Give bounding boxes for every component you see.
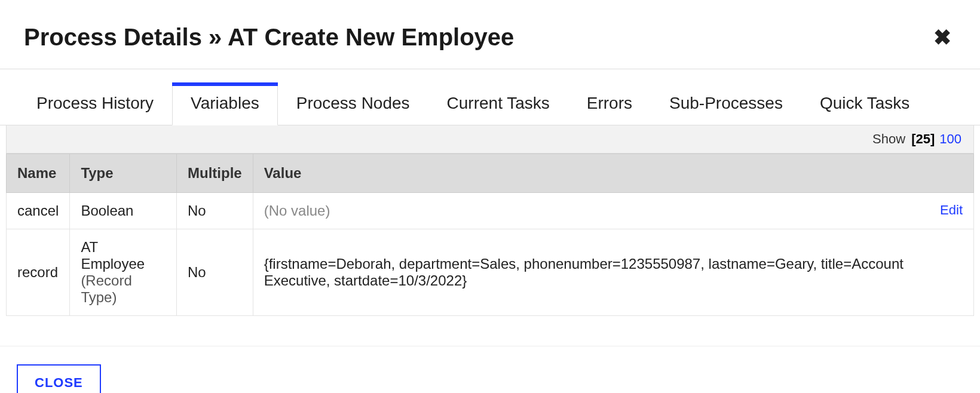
type-secondary: (Record Type) — [81, 272, 166, 306]
tab-errors[interactable]: Errors — [568, 82, 651, 125]
tab-process-history[interactable]: Process History — [18, 82, 172, 125]
page-size-option[interactable]: [25] — [911, 131, 935, 146]
tab-process-nodes[interactable]: Process Nodes — [278, 82, 428, 125]
dialog-header: Process Details » AT Create New Employee… — [0, 0, 980, 69]
header-divider — [0, 69, 980, 69]
page-title: Process Details » AT Create New Employee — [24, 24, 514, 51]
dialog: Process Details » AT Create New Employee… — [0, 0, 980, 393]
tab-bar: Process HistoryVariablesProcess NodesCur… — [0, 82, 980, 125]
cell-value: {firstname=Deborah, department=Sales, ph… — [253, 229, 973, 316]
column-header-multiple[interactable]: Multiple — [177, 154, 253, 193]
tab-sub-processes[interactable]: Sub-Processes — [651, 82, 801, 125]
cell-multiple: No — [177, 193, 253, 229]
value-text: {firstname=Deborah, department=Sales, ph… — [264, 256, 904, 288]
type-primary: AT Employee — [81, 239, 145, 272]
pagination-size-bar: Show [25]100 — [6, 125, 974, 153]
table-row: recordAT Employee(Record Type)No{firstna… — [7, 229, 974, 316]
footer-divider — [0, 346, 980, 346]
close-button[interactable]: CLOSE — [17, 364, 101, 393]
table-row: cancelBooleanNo(No value)Edit — [7, 193, 974, 229]
column-header-type[interactable]: Type — [70, 154, 177, 193]
cell-type: AT Employee(Record Type) — [70, 229, 177, 316]
value-text: (No value) — [264, 202, 330, 219]
tab-variables[interactable]: Variables — [172, 82, 278, 125]
cell-name: cancel — [7, 193, 70, 229]
column-header-name[interactable]: Name — [7, 154, 70, 193]
column-header-value[interactable]: Value — [253, 154, 973, 193]
variables-table: Name Type Multiple Value cancelBooleanNo… — [6, 153, 974, 316]
cell-name: record — [7, 229, 70, 316]
type-primary: Boolean — [81, 202, 133, 219]
close-icon[interactable]: ✖ — [929, 24, 956, 51]
edit-link[interactable]: Edit — [940, 202, 963, 218]
show-label: Show — [872, 131, 905, 147]
cell-multiple: No — [177, 229, 253, 316]
tab-quick-tasks[interactable]: Quick Tasks — [801, 82, 928, 125]
cell-type: Boolean — [70, 193, 177, 229]
cell-value: (No value)Edit — [253, 193, 973, 229]
page-size-option[interactable]: 100 — [939, 131, 961, 146]
tab-current-tasks[interactable]: Current Tasks — [428, 82, 568, 125]
